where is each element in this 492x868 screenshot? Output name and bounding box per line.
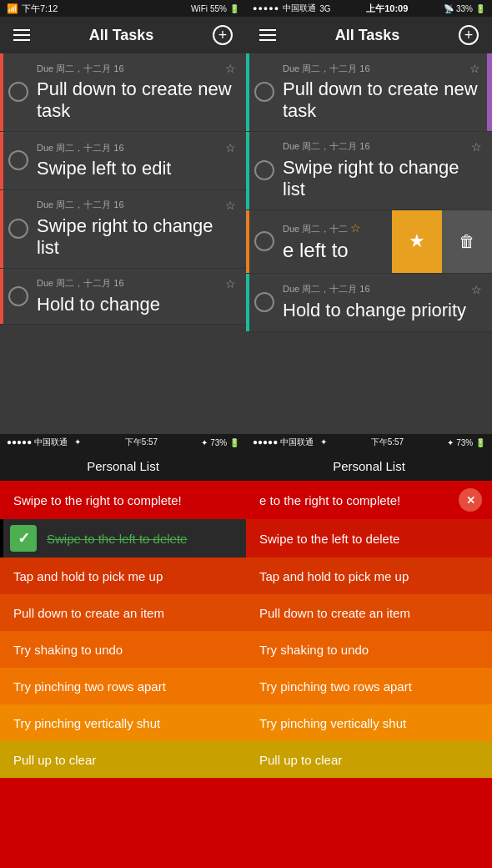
personal-item-4-bl[interactable]: Try shaking to undo — [0, 631, 246, 668]
personal-item-1-br[interactable]: Swipe to the left to delete — [246, 519, 492, 558]
item-text-2-br: Tap and hold to pick me up — [259, 569, 409, 583]
hamburger-icon-tr[interactable] — [259, 29, 276, 41]
item-text-0-br: e to the right to complete! — [259, 493, 400, 507]
status-left-tr: ●●●●● 中国联通 3G — [253, 3, 331, 14]
personal-item-1-bl[interactable]: ✓ Swipe to the left to delete — [0, 519, 246, 558]
task-item-2-tr[interactable]: Due 周二，十二月 16 ☆ Swipe right to change li… — [246, 132, 492, 210]
task-item-4-tl[interactable]: Due 周二，十二月 16 ☆ Hold to change — [0, 269, 246, 325]
item-text-7-bl: Pull up to clear — [13, 753, 96, 767]
personal-item-5-br[interactable]: Try pinching two rows apart — [246, 668, 492, 704]
status-battery-bl: ✦ 73% 🔋 — [201, 438, 239, 447]
item-text-3-bl: Pull down to create an item — [13, 606, 164, 620]
swiped-task-content: Due 周二，十二 ☆ e left to — [246, 210, 392, 273]
status-battery-br: ✦ 73% 🔋 — [447, 438, 485, 447]
screen-bottom-right: ●●●●● 中国联通 ✦ 下午5:57 ✦ 73% 🔋 Personal Lis… — [246, 434, 492, 868]
status-bar-br: ●●●●● 中国联通 ✦ 下午5:57 ✦ 73% 🔋 — [246, 434, 492, 451]
star-icon-2-tr[interactable]: ☆ — [471, 140, 482, 154]
task-title-2-tr: Swipe right to change list — [283, 157, 482, 201]
personal-item-6-br[interactable]: Try pinching vertically shut — [246, 704, 492, 741]
add-task-button-tr[interactable]: + — [459, 25, 479, 45]
task-checkbox-3-tr[interactable] — [254, 231, 274, 251]
trash-action-btn-tr[interactable]: 🗑 — [442, 210, 492, 273]
task-item-2-tl[interactable]: Due 周二，十二月 16 ☆ Swipe left to edit — [0, 132, 246, 190]
list-title-bl: Personal List — [87, 459, 159, 473]
status-carrier-br: ●●●●● 中国联通 ✦ — [253, 437, 327, 448]
personal-item-3-bl[interactable]: Pull down to create an item — [0, 594, 246, 631]
task-checkbox-4-tr[interactable] — [254, 292, 274, 312]
item-text-7-br: Pull up to clear — [259, 753, 342, 767]
task-checkbox-3-tl[interactable] — [8, 219, 28, 239]
star-action-btn-tr[interactable]: ★ — [392, 210, 442, 273]
item-text-1-br: Swipe to the left to delete — [259, 532, 399, 546]
personal-item-2-bl[interactable]: Tap and hold to pick me up — [0, 558, 246, 594]
task-title-1-tl: Pull down to create new task — [37, 78, 236, 123]
top-bar-bl: Personal List — [0, 451, 246, 481]
task-item-3-tr-swiped[interactable]: Due 周二，十二 ☆ e left to ★ 🗑 — [246, 210, 492, 274]
list-title-br: Personal List — [333, 459, 405, 473]
star-icon-4-tl[interactable]: ☆ — [225, 277, 236, 290]
task-checkbox-1-tr[interactable] — [254, 82, 274, 102]
item-text-0-bl: Swipe to the right to complete! — [13, 493, 182, 507]
item-text-5-bl: Try pinching two rows apart — [13, 679, 166, 694]
add-task-button-tl[interactable]: + — [213, 25, 233, 45]
task-checkbox-4-tl[interactable] — [8, 286, 28, 306]
hamburger-icon-tl[interactable] — [13, 29, 30, 41]
status-carrier-bl: ●●●●● 中国联通 ✦ — [7, 437, 81, 448]
task-checkbox-2-tl[interactable] — [8, 150, 28, 170]
task-due-2-tl: Due 周二，十二月 16 ☆ — [37, 141, 236, 154]
signal-icon-tl: 📶 — [7, 3, 18, 14]
status-time-tl: 📶 下午7:12 — [7, 3, 58, 15]
task-due-1-tr: Due 周二，十二月 16 ☆ — [283, 62, 480, 75]
check-icon-bl: ✓ — [10, 525, 37, 552]
star-icon-1-tr[interactable]: ☆ — [469, 62, 480, 75]
top-bar-tl: All Tasks + — [0, 17, 246, 53]
dismiss-button-br[interactable]: ✕ — [459, 488, 482, 512]
status-bar-tl: 📶 下午7:12 WiFi 55% 🔋 — [0, 0, 246, 17]
item-text-2-bl: Tap and hold to pick me up — [13, 569, 163, 583]
swipe-actions-tr: ★ 🗑 — [392, 210, 492, 273]
personal-list-bl: Swipe to the right to complete! ✓ Swipe … — [0, 481, 246, 868]
task-due-4-tr: Due 周二，十二月 16 ☆ — [283, 283, 482, 296]
task-title-3-tl: Swipe right to change list — [37, 215, 236, 260]
task-checkbox-2-tr[interactable] — [254, 160, 274, 180]
task-item-1-tl[interactable]: Due 周二，十二月 16 ☆ Pull down to create new … — [0, 53, 246, 132]
task-checkbox-1-tl[interactable] — [8, 82, 28, 102]
personal-item-3-br[interactable]: Pull down to create an item — [246, 594, 492, 631]
personal-item-7-bl[interactable]: Pull up to clear — [0, 741, 246, 778]
screen-bottom-left: ●●●●● 中国联通 ✦ 下午5:57 ✦ 73% 🔋 Personal Lis… — [0, 434, 246, 868]
personal-item-0-br[interactable]: e to the right to complete! ✕ — [246, 481, 492, 519]
task-list-tl: Due 周二，十二月 16 ☆ Pull down to create new … — [0, 53, 246, 434]
task-due-3-tl: Due 周二，十二月 16 ☆ — [37, 199, 236, 212]
star-icon-2-tl[interactable]: ☆ — [225, 141, 236, 154]
personal-item-7-br[interactable]: Pull up to clear — [246, 741, 492, 778]
task-item-3-tl[interactable]: Due 周二，十二月 16 ☆ Swipe right to change li… — [0, 190, 246, 269]
accent-bar-swiped — [246, 210, 249, 273]
item-text-5-br: Try pinching two rows apart — [259, 679, 412, 694]
item-text-6-br: Try pinching vertically shut — [259, 716, 406, 730]
personal-item-0-bl[interactable]: Swipe to the right to complete! — [0, 481, 246, 519]
task-due-1-tl: Due 周二，十二月 16 ☆ — [37, 62, 236, 75]
star-icon-1-tl[interactable]: ☆ — [225, 62, 236, 75]
star-icon-3-tl[interactable]: ☆ — [225, 199, 236, 212]
title-tr: All Tasks — [335, 27, 400, 44]
task-due-4-tl: Due 周二，十二月 16 ☆ — [37, 277, 236, 290]
personal-item-5-bl[interactable]: Try pinching two rows apart — [0, 668, 246, 704]
personal-item-4-br[interactable]: Try shaking to undo — [246, 631, 492, 668]
personal-list-br: e to the right to complete! ✕ Swipe to t… — [246, 481, 492, 868]
star-icon-4-tr[interactable]: ☆ — [471, 283, 482, 296]
task-due-3-tr: Due 周二，十二 ☆ — [283, 221, 385, 235]
screen-top-left: 📶 下午7:12 WiFi 55% 🔋 All Tasks + Due 周二，十… — [0, 0, 246, 434]
status-bar-bl: ●●●●● 中国联通 ✦ 下午5:57 ✦ 73% 🔋 — [0, 434, 246, 451]
priority-sidebar-1-tr — [487, 53, 492, 131]
task-item-1-tr[interactable]: Due 周二，十二月 16 ☆ Pull down to create new … — [246, 53, 492, 132]
task-list-tr: Due 周二，十二月 16 ☆ Pull down to create new … — [246, 53, 492, 434]
item-text-6-bl: Try pinching vertically shut — [13, 716, 160, 730]
personal-item-2-br[interactable]: Tap and hold to pick me up — [246, 558, 492, 594]
personal-item-6-bl[interactable]: Try pinching vertically shut — [0, 704, 246, 741]
star-icon-swiped[interactable]: ☆ — [350, 221, 361, 235]
task-due-2-tr: Due 周二，十二月 16 ☆ — [283, 140, 482, 154]
task-title-2-tl: Swipe left to edit — [37, 158, 236, 179]
task-title-4-tr: Hold to change priority — [283, 300, 482, 321]
top-bar-tr: All Tasks + — [246, 17, 492, 53]
task-item-4-tr[interactable]: Due 周二，十二月 16 ☆ Hold to change priority — [246, 274, 492, 332]
